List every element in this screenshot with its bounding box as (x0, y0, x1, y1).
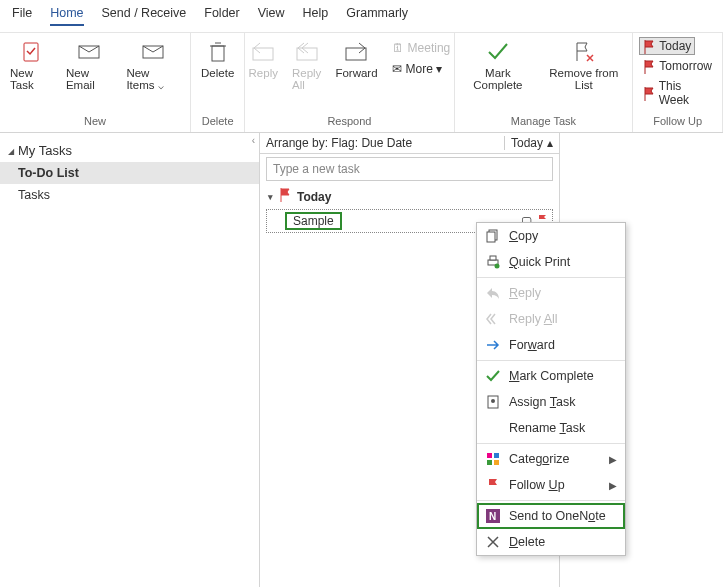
ribbon-group-manage: Mark Complete Remove from List Manage Ta… (455, 33, 634, 132)
ribbon-btn-label: New Items ⌵ (126, 67, 180, 91)
followup-tomorrow[interactable]: Tomorrow (639, 57, 716, 75)
menu-folder[interactable]: Folder (204, 6, 239, 26)
ribbon-group-new: New Task New Email New Items ⌵ New (0, 33, 191, 132)
ribbon-group-followup: TodayTomorrowThis WeekNext WeekNo DateCu… (633, 33, 723, 132)
ctx-mark-complete[interactable]: Mark Complete (477, 363, 625, 389)
ribbon-btn-label: Delete (201, 67, 234, 79)
ribbon-group-respond: Reply Reply All Forward 🗓Meeting ✉More ▾… (245, 33, 454, 132)
forward-blue-icon (485, 337, 501, 353)
ribbon-btn-label: Reply All (292, 67, 321, 91)
collapse-caret-icon[interactable]: ‹ (252, 135, 255, 146)
ctx-label: Send to OneNote (509, 509, 606, 523)
ctx-label: Delete (509, 535, 545, 549)
chevron-right-icon: ▶ (609, 454, 617, 465)
sidebar: ‹ My Tasks To-Do ListTasks (0, 133, 260, 587)
reply-all-button[interactable]: Reply All (288, 37, 325, 93)
menu-file[interactable]: File (12, 6, 32, 26)
reply-icon (485, 285, 501, 301)
ribbon-btn-label: Forward (335, 67, 377, 79)
task-column-header[interactable]: Arrange by: Flag: Due Date Today ▴ (260, 133, 559, 154)
ctx-reply-all: Reply All (477, 306, 625, 332)
ctx-label: Reply All (509, 312, 558, 326)
ctx-quick-print[interactable]: Quick Print (477, 249, 625, 275)
print-icon (485, 254, 501, 270)
more-icon: ✉ (392, 62, 402, 76)
ctx-label: Copy (509, 229, 538, 243)
ctx-label: Forward (509, 338, 555, 352)
mark-complete-button[interactable]: Mark Complete (461, 37, 536, 93)
svg-rect-16 (487, 460, 492, 465)
new-task-button[interactable]: New Task (6, 37, 56, 93)
ctx-assign-task[interactable]: Assign Task (477, 389, 625, 415)
ctx-label: Rename Task (509, 421, 585, 435)
sidebar-item-to-do-list[interactable]: To-Do List (0, 162, 259, 184)
ctx-label: Reply (509, 286, 541, 300)
group-label: Today (297, 190, 331, 204)
ctx-rename-task[interactable]: Rename Task (477, 415, 625, 441)
new-email-button[interactable]: New Email (62, 37, 116, 93)
flag-red-icon (485, 477, 501, 493)
ribbon-btn-label: New Task (10, 67, 52, 91)
followup-this-week[interactable]: This Week (639, 77, 716, 109)
ctx-forward[interactable]: Forward (477, 332, 625, 358)
ribbon-group-label: New (84, 113, 106, 128)
ribbon-group-delete: Delete Delete (191, 33, 245, 132)
flag-red-icon (279, 188, 291, 205)
onenote-icon: N (485, 508, 501, 524)
forward-button[interactable]: Forward (331, 37, 381, 81)
ctx-reply: Reply (477, 280, 625, 306)
menu-home[interactable]: Home (50, 6, 83, 26)
ribbon: New Task New Email New Items ⌵ New Delet… (0, 33, 723, 133)
reply-all-icon (485, 311, 501, 327)
task-group-today[interactable]: ▾ Today (260, 184, 559, 209)
menu-help[interactable]: Help (303, 6, 329, 26)
menu-view[interactable]: View (258, 6, 285, 26)
arrange-by-label: Arrange by: Flag: Due Date (266, 136, 504, 150)
check-green-icon (485, 39, 511, 65)
meeting-icon: 🗓 (392, 41, 404, 55)
ctx-follow-up[interactable]: Follow Up▶ (477, 472, 625, 498)
ctx-separator (477, 277, 625, 278)
task-text: Sample (285, 212, 342, 230)
svg-point-11 (495, 264, 500, 269)
reply-icon (250, 39, 276, 65)
ctx-separator (477, 500, 625, 501)
sidebar-title[interactable]: My Tasks (0, 139, 259, 162)
assign-icon (485, 394, 501, 410)
ctx-delete[interactable]: Delete (477, 529, 625, 555)
ribbon-group-label: Respond (327, 113, 371, 128)
ctx-send-to-onenote[interactable]: NSend to OneNote (477, 503, 625, 529)
more-button[interactable]: ✉More ▾ (388, 60, 455, 78)
ribbon-btn-label: New Email (66, 67, 112, 91)
menu-bar: FileHomeSend / ReceiveFolderViewHelpGram… (0, 0, 723, 33)
reply-button[interactable]: Reply (245, 37, 282, 81)
sidebar-item-tasks[interactable]: Tasks (0, 184, 259, 206)
ctx-categorize[interactable]: Categorize▶ (477, 446, 625, 472)
svg-rect-10 (490, 256, 496, 260)
ribbon-group-label: Manage Task (511, 113, 576, 128)
meeting-button[interactable]: 🗓Meeting (388, 39, 455, 57)
menu-grammarly[interactable]: Grammarly (346, 6, 408, 26)
ctx-label: Mark Complete (509, 369, 594, 383)
context-menu: CopyQuick PrintReplyReply AllForwardMark… (476, 222, 626, 556)
menu-send-receive[interactable]: Send / Receive (102, 6, 187, 26)
flag-red-icon (643, 40, 655, 52)
svg-point-13 (491, 399, 495, 403)
sort-column[interactable]: Today ▴ (504, 136, 553, 150)
new-task-input[interactable]: Type a new task (266, 157, 553, 181)
sort-asc-icon: ▴ (547, 136, 553, 150)
chevron-right-icon: ▶ (609, 480, 617, 491)
ribbon-btn-label: Remove from List (545, 67, 622, 91)
remove-from-list-button[interactable]: Remove from List (541, 37, 626, 93)
trash-icon (205, 39, 231, 65)
flag-red-icon (643, 87, 654, 99)
blank-icon (485, 420, 501, 436)
new-items-button[interactable]: New Items ⌵ (122, 37, 184, 93)
ctx-copy[interactable]: Copy (477, 223, 625, 249)
ctx-label: Categorize (509, 452, 569, 466)
svg-rect-15 (494, 453, 499, 458)
delete-button[interactable]: Delete (197, 37, 238, 81)
followup-today[interactable]: Today (639, 37, 695, 55)
ribbon-group-label: Follow Up (653, 113, 702, 128)
ctx-label: Assign Task (509, 395, 575, 409)
